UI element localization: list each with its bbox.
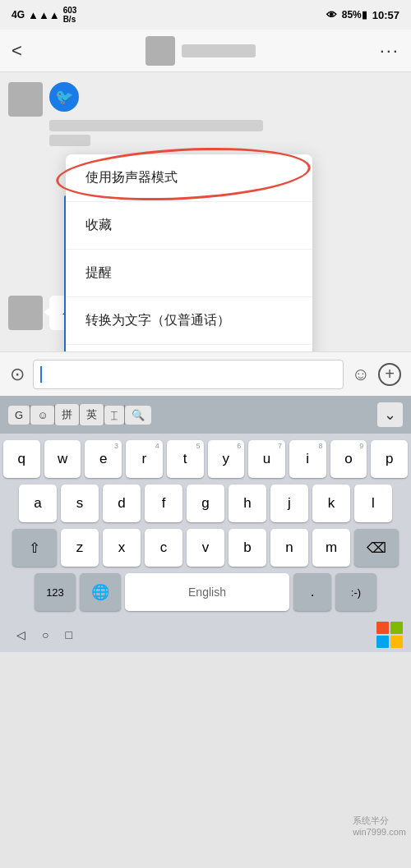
bottom-recents-btn[interactable]: □ [57, 623, 80, 646]
context-menu: 使用扬声器模式 收藏 提醒 转换为文字（仅普通话） 删除 多选 [66, 154, 312, 351]
key-s[interactable]: s [61, 485, 99, 522]
key-n[interactable]: n [270, 529, 308, 567]
kb-search-btn[interactable]: 🔍 [125, 406, 151, 425]
watermark: 系统半分 win7999.com [353, 815, 406, 837]
menu-item-delete[interactable]: 删除 [66, 345, 312, 351]
keyboard-row-4: 123 🌐 English . :-) [3, 573, 408, 614]
status-left: 4G ▲▲▲ 603 B/s [12, 6, 76, 24]
key-z[interactable]: z [61, 529, 99, 567]
key-x[interactable]: x [103, 529, 141, 567]
kb-google-btn[interactable]: G [8, 406, 30, 425]
key-k[interactable]: k [312, 485, 350, 522]
key-h[interactable]: h [229, 485, 266, 522]
key-period[interactable]: . [293, 573, 331, 611]
emoji-button[interactable]: ☺ [352, 364, 370, 385]
signal-icon: 4G [12, 9, 25, 21]
keyboard-row-1: q w e3 r4 t5 y6 u7 i8 o9 p [3, 440, 408, 478]
keyboard-row-3: ⇧ z x c v b n m ⌫ [3, 529, 408, 567]
more-button[interactable]: ··· [380, 40, 399, 62]
keyboard-row-2: a s d f g h j k l [3, 485, 408, 522]
eye-icon: 👁 [326, 9, 337, 21]
key-i[interactable]: i8 [289, 440, 326, 478]
key-w[interactable]: w [44, 440, 81, 478]
contact-name-blurred [182, 44, 256, 57]
key-e[interactable]: e3 [85, 440, 122, 478]
menu-item-remind[interactable]: 提醒 [66, 250, 312, 297]
input-bar: ⊙ ☺ + [0, 351, 411, 396]
status-right: 👁 85%▮ 10:57 [326, 9, 399, 21]
key-v[interactable]: v [187, 529, 224, 567]
kb-emoji-btn[interactable]: ☺ [30, 406, 54, 425]
status-bar: 4G ▲▲▲ 603 B/s 👁 85%▮ 10:57 [0, 0, 411, 30]
win-logo-yellow [390, 636, 403, 648]
kb-pinyin-btn[interactable]: 拼 [55, 404, 79, 425]
menu-item-speaker[interactable]: 使用扬声器模式 [66, 154, 312, 202]
text-input-field[interactable] [33, 360, 344, 389]
key-m[interactable]: m [312, 529, 350, 567]
contact-avatar [145, 36, 175, 66]
voice-input-button[interactable]: ⊙ [10, 364, 25, 385]
key-p[interactable]: p [371, 440, 408, 478]
menu-item-favorite[interactable]: 收藏 [66, 202, 312, 250]
context-overlay: 使用扬声器模式 收藏 提醒 转换为文字（仅普通话） 删除 多选 [0, 72, 411, 351]
key-b[interactable]: b [229, 529, 266, 567]
key-q[interactable]: q [3, 440, 40, 478]
key-g[interactable]: g [187, 485, 224, 522]
nav-bar: < ··· [0, 30, 411, 72]
key-space[interactable]: English [125, 573, 289, 611]
key-f[interactable]: f [145, 485, 182, 522]
windows-logo [376, 622, 403, 648]
win-logo-green [390, 622, 403, 634]
speed-display: 603 B/s [63, 6, 77, 24]
key-shift[interactable]: ⇧ [12, 529, 57, 567]
key-o[interactable]: o9 [330, 440, 367, 478]
keyboard-rows: q w e3 r4 t5 y6 u7 i8 o9 p a s d f g h j… [0, 434, 411, 618]
menu-item-convert[interactable]: 转换为文字（仅普通话） [66, 297, 312, 345]
key-c[interactable]: c [145, 529, 182, 567]
time-display: 10:57 [372, 9, 399, 21]
kb-english-btn[interactable]: 英 [80, 404, 104, 425]
key-d[interactable]: d [103, 485, 141, 522]
keyboard: q w e3 r4 t5 y6 u7 i8 o9 p a s d f g h j… [0, 434, 411, 652]
key-j[interactable]: j [270, 485, 308, 522]
battery-icon: 85%▮ [342, 9, 367, 21]
key-l[interactable]: l [354, 485, 392, 522]
key-t[interactable]: t5 [167, 440, 204, 478]
key-delete[interactable]: ⌫ [354, 529, 399, 567]
keyboard-toolbar: G ☺ 拼 英 ⌶ 🔍 ⌄ [0, 396, 411, 434]
wifi-icon: ▲▲▲ [28, 9, 60, 21]
key-smiley[interactable]: :-) [335, 573, 376, 611]
kb-collapse-btn[interactable]: ⌄ [377, 402, 403, 427]
plus-button[interactable]: + [378, 363, 401, 386]
kb-cursor-btn[interactable]: ⌶ [104, 406, 124, 425]
key-y[interactable]: y6 [208, 440, 245, 478]
key-globe[interactable]: 🌐 [80, 573, 121, 611]
chat-area: 🐦 使用扬声器模式 收藏 提醒 转换为文字（仅普通话） 删除 多选 ◀) 6" [0, 72, 411, 351]
bottom-home-btn[interactable]: ○ [34, 623, 57, 646]
back-button[interactable]: < [12, 40, 22, 62]
key-r[interactable]: r4 [126, 440, 163, 478]
win-logo-blue [376, 636, 389, 648]
win-logo-red [376, 622, 389, 634]
key-a[interactable]: a [19, 485, 57, 522]
text-cursor [40, 366, 42, 383]
nav-title [145, 36, 256, 66]
key-u[interactable]: u7 [248, 440, 285, 478]
bottom-back-btn[interactable]: ◁ [8, 623, 34, 646]
bottom-system-bar: ◁ ○ □ [0, 618, 411, 652]
key-123[interactable]: 123 [35, 573, 76, 611]
